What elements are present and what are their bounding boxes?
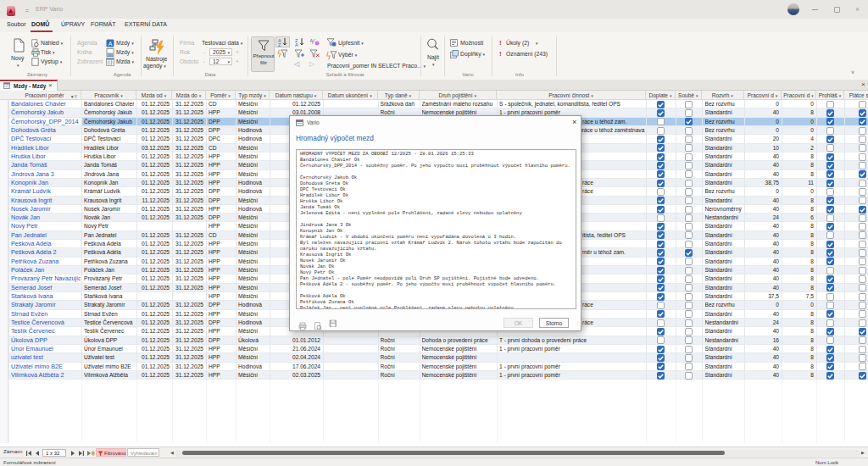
svg-text:A: A bbox=[295, 42, 298, 47]
svg-text:A: A bbox=[310, 38, 314, 43]
svg-text:A: A bbox=[108, 41, 113, 47]
